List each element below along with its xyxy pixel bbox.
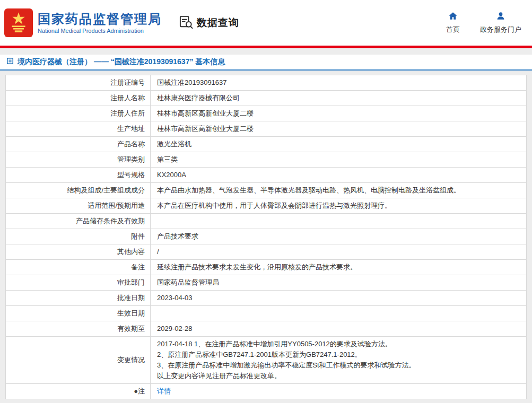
row-value: 2023-04-03 [151,291,527,306]
row-label: 其他内容 [6,244,151,260]
row-value: 桂林康兴医疗器械有限公司 [151,91,527,106]
site-header: 国家药品监督管理局 National Medical Products Admi… [0,0,532,46]
row-value [151,306,527,321]
row-label: 适用范围/预期用途 [6,198,151,214]
row-value: 桂林市高新区高新创业大厦二楼 [151,121,527,137]
data-query-section: 数据查询 [179,15,239,31]
header-nav: 首页 政务服务门户 [446,11,524,34]
row-label: 注册证编号 [6,75,151,91]
table-row: 批准日期 2023-04-03 [6,291,527,306]
table-row: ●注 详情 [6,384,527,399]
row-label: 产品储存条件及有效期 [6,214,151,229]
row-value: 本产品在医疗机构中使用，用于人体臀部及会阴部进行温热与激光照射理疗。 [151,198,527,214]
table-row: 注册人住所 桂林市高新区高新创业大厦二楼 [6,106,527,121]
row-value: 2029-02-28 [151,321,527,337]
table-row: 变更情况 2017-04-18 1、在注册产品标准中增加引用YY0505-201… [6,337,527,384]
table-row: 审批部门 国家药品监督管理局 [6,275,527,291]
brand-text: 国家药品监督管理局 National Medical Products Admi… [38,12,162,34]
row-label: 型号规格 [6,168,151,183]
red-divider [0,46,532,48]
table-row: 生产地址 桂林市高新区高新创业大厦二楼 [6,121,527,137]
table-row: 产品名称 激光坐浴机 [6,137,527,152]
table-row: 型号规格 KX2000A [6,168,527,183]
table-row: 注册证编号 国械注准20193091637 [6,75,527,91]
row-label: 有效期至 [6,321,151,337]
table-row: 生效日期 [6,306,527,321]
nmpa-emblem-logo-icon [4,8,33,37]
table-row: 适用范围/预期用途 本产品在医疗机构中使用，用于人体臀部及会阴部进行温热与激光照… [6,198,527,214]
row-label: 结构及组成/主要组成成分 [6,183,151,198]
nav-home-label: 首页 [446,25,460,34]
nav-gov-portal-label: 政务服务门户 [480,25,521,34]
row-value: 桂林市高新区高新创业大厦二楼 [151,106,527,121]
row-value: 国械注准20193091637 [151,75,527,91]
row-label: 审批部门 [6,275,151,291]
data-query-icon [179,15,193,31]
brand[interactable]: 国家药品监督管理局 National Medical Products Admi… [4,8,162,37]
row-value: 延续注册产品技术要求未发生变化，沿用原核发的产品技术要求。 [151,260,527,275]
table-row: 管理类别 第三类 [6,152,527,168]
breadcrumb: 境内医疗器械（注册） —— “国械注准20193091637” 基本信息 [0,55,532,71]
row-label: 管理类别 [6,152,151,168]
table-row: 备注 延续注册产品技术要求未发生变化，沿用原核发的产品技术要求。 [6,260,527,275]
table-row: 注册人名称 桂林康兴医疗器械有限公司 [6,91,527,106]
row-label: 备注 [6,260,151,275]
nav-gov-portal[interactable]: 政务服务门户 [480,11,521,34]
row-value: 国家药品监督管理局 [151,275,527,291]
row-value [151,214,527,229]
row-value: / [151,244,527,260]
row-value: 激光坐浴机 [151,137,527,152]
row-value: 2017-04-18 1、在注册产品标准中增加引用YY0505-2012的要求及… [151,337,527,384]
row-label: 附件 [6,229,151,244]
org-name-cn: 国家药品监督管理局 [38,12,162,27]
row-value: 产品技术要求 [151,229,527,244]
table-row: 附件 产品技术要求 [6,229,527,244]
row-value: 第三类 [151,152,527,168]
nav-home[interactable]: 首页 [446,11,460,34]
detail-link[interactable]: 详情 [157,387,171,395]
row-label: 批准日期 [6,291,151,306]
row-label: 生效日期 [6,306,151,321]
table-row: 结构及组成/主要组成成分 本产品由水加热器、气泡发生器、半导体激光器及驱动电路、… [6,183,527,198]
row-label: 变更情况 [6,337,151,384]
table-row: 其他内容 / [6,244,527,260]
document-icon [6,57,14,67]
row-label: 产品名称 [6,137,151,152]
table-row: 有效期至 2029-02-28 [6,321,527,337]
row-label: 注册人名称 [6,91,151,106]
breadcrumb-text: 境内医疗器械（注册） —— “国械注准20193091637” 基本信息 [18,57,225,67]
data-query-title: 数据查询 [197,16,239,30]
org-name-en: National Medical Products Administration [38,28,162,34]
row-value: 本产品由水加热器、气泡发生器、半导体激光器及驱动电路、热风机、电脑控制电路及坐浴… [151,183,527,198]
row-value: KX2000A [151,168,527,183]
row-label: 注册人住所 [6,106,151,121]
home-icon [448,11,458,22]
user-icon [496,11,505,22]
table-row: 产品储存条件及有效期 [6,214,527,229]
row-value: 详情 [151,384,527,399]
row-label: ●注 [6,384,151,399]
row-label: 生产地址 [6,121,151,137]
registration-info-table: 注册证编号 国械注准20193091637 注册人名称 桂林康兴医疗器械有限公司… [5,75,527,399]
